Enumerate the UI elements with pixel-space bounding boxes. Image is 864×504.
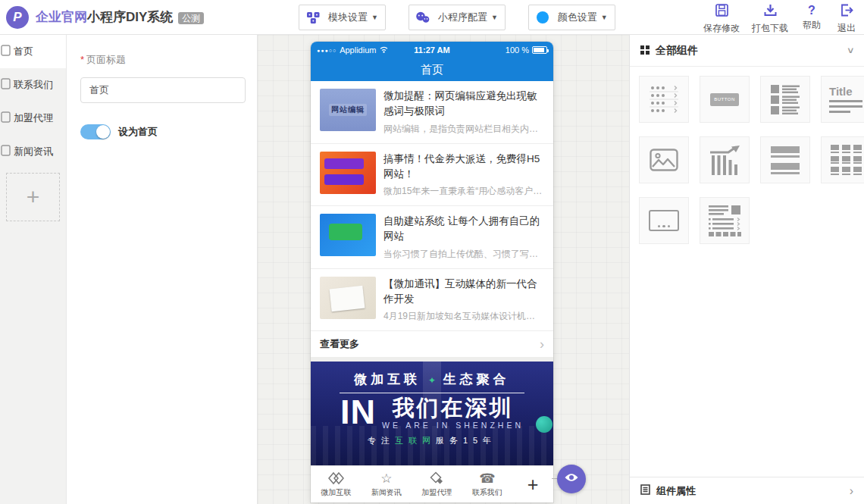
component-grid-nav[interactable] [821,136,864,183]
plus-icon: + [27,184,40,210]
menu-list-icon [648,84,680,114]
module-settings-label: 模块设置 [327,11,371,24]
phone-icon: ☎ [479,471,495,486]
sparkle-icon: ✦ [428,375,436,386]
star-icon: ☆ [380,471,392,486]
news-title: 【微加通讯】互动媒体的新一代合作开发 [383,277,544,308]
banner-headline: 微加互联 ✦ 生态聚合 [311,371,553,388]
preview-eye-button[interactable] [557,465,586,493]
page-icon [1,111,11,125]
set-home-row: 设为首页 [80,124,257,139]
wifi-icon [379,45,389,55]
news-thumbnail: 网站编辑 [320,89,376,131]
news-thumbnail [320,277,376,319]
app-logo-icon: P [6,6,29,29]
status-carrier: ●●●○○ Applidium [317,45,414,55]
color-settings-label: 颜色设置 [556,11,601,24]
help-icon: ? [808,4,815,17]
tab-agency[interactable]: 加盟代理 [412,471,462,498]
component-button[interactable]: BUTTON [700,76,750,123]
news-desc: 当你习惯了自拍上传优酷、习惯了写点小… [383,248,544,261]
module-settings-dropdown[interactable]: 模块设置 ▼ [299,5,386,30]
news-item[interactable]: 网站编辑 微加提醒：网页编辑应避免出现敏感词与极限词 网站编辑，是指负责网站栏目… [311,81,553,144]
help-button[interactable]: ? 帮助 [800,4,823,35]
rich-list-icon [707,204,742,237]
news-thumbnail [320,214,376,256]
image-icon [650,149,678,171]
component-carousel[interactable] [639,197,689,244]
page-title-input[interactable] [80,77,246,103]
components-grid: BUTTON Title [630,67,864,253]
article-list-icon [769,84,801,114]
component-banner-bars[interactable] [760,136,810,183]
properties-icon [640,484,650,497]
component-image[interactable] [639,136,689,183]
app-title-rest: 小程序DIY系统 [87,10,173,24]
component-stats-arrow[interactable] [700,136,750,183]
save-icon [715,4,728,20]
chevron-down-icon[interactable]: ˅ [847,45,853,56]
view-more-row[interactable]: 查看更多 › [311,331,553,357]
color-circle-icon [529,11,556,23]
news-desc: 微加15年来一直秉承着“用心感动客户！”的… [383,185,544,198]
news-item[interactable]: 搞事情！代金券大派送，免费得H5网站！ 微加15年来一直秉承着“用心感动客户！”… [311,144,553,207]
properties-title: 组件属性 [656,484,696,498]
color-settings-dropdown[interactable]: 颜色设置 ▼ [528,5,615,30]
status-bar: ●●●○○ Applidium 11:27 AM 100 % [311,42,553,58]
component-rich-list[interactable] [700,197,750,244]
miniprogram-config-dropdown[interactable]: 小程序配置 ▼ [409,5,506,30]
grid-nav-icon [831,145,862,175]
sidebar-item-home[interactable]: 首页 [0,35,66,68]
component-article-list[interactable] [760,76,810,123]
add-page-button[interactable]: + [6,173,60,221]
news-desc: 4月19日新加坡知名互动媒体设计机构Pinh… [383,310,544,323]
news-list-component: 网站编辑 微加提醒：网页编辑应避免出现敏感词与极限词 网站编辑，是指负责网站栏目… [311,81,553,357]
page-icon [1,145,11,158]
component-title-text[interactable]: Title [821,76,864,123]
set-home-toggle[interactable] [80,124,111,139]
phone-tab-bar: 微加互联 ☆ 新闻资讯 加盟代理 ☎ [311,465,553,502]
toolbar-dropdowns: 模块设置 ▼ 小程序配置 ▼ [299,5,615,30]
news-desc: 网站编辑，是指负责网站栏目相关内容的… [383,123,544,136]
carousel-icon [649,210,679,231]
banner-tagline: 专注互联网服务15年 [311,435,553,446]
modules-icon [299,11,327,24]
news-title: 搞事情！代金券大派送，免费得H5网站！ [383,152,544,183]
download-label: 打包下载 [752,22,788,35]
sidebar-item-contact[interactable]: 联系我们 [0,68,66,102]
required-mark: * [80,54,84,65]
sidebar-item-news[interactable]: 新闻资讯 [0,135,66,168]
component-menu-list[interactable] [639,76,689,123]
tab-contact[interactable]: ☎ 联系我们 [462,471,513,498]
pages-sidebar: 首页 联系我们 加盟代理 新闻资讯 + [0,35,67,504]
tab-add-button[interactable]: + [512,474,553,496]
exit-button[interactable]: 退出 [835,4,858,35]
news-item[interactable]: 自助建站系统 让每个人拥有自己的网站 当你习惯了自拍上传优酷、习惯了写点小… [311,206,553,269]
banner-component[interactable]: 微加互联 ✦ 生态聚合 IN 我们在深圳 WE ARE IN SHENZHEN … [311,362,553,465]
tab-home[interactable]: 微加互联 [311,471,362,498]
miniprogram-config-label: 小程序配置 [437,11,491,24]
sidebar-item-label: 新闻资讯 [14,145,53,158]
chevron-right-icon: › [850,484,853,498]
grid-glyph-icon [640,45,650,57]
component-properties-bar[interactable]: 组件属性 › [630,477,864,504]
app-window: P 企业官网小程序DIY系统公测 模块设置 ▼ [0,0,864,504]
battery-icon [532,46,547,54]
save-label: 保存修改 [703,22,740,35]
components-header: 全部组件 ˅ [630,35,864,67]
download-button[interactable]: 打包下载 [752,4,788,35]
sidebar-item-label: 联系我们 [14,78,53,92]
save-button[interactable]: 保存修改 [703,4,740,35]
double-diamond-icon [430,471,444,486]
caret-down-icon: ▼ [601,14,615,21]
tab-news[interactable]: ☆ 新闻资讯 [362,471,412,498]
exit-icon [841,4,853,20]
news-item[interactable]: 【微加通讯】互动媒体的新一代合作开发 4月19日新加坡知名互动媒体设计机构Pin… [311,269,553,332]
components-title: 全部组件 [656,44,698,58]
sidebar-item-agency[interactable]: 加盟代理 [0,102,66,135]
design-canvas: ●●●○○ Applidium 11:27 AM 100 % [258,35,629,504]
news-title: 微加提醒：网页编辑应避免出现敏感词与极限词 [383,89,544,120]
sidebar-item-label: 加盟代理 [14,111,53,125]
miniprogram-icon [409,11,437,23]
title-text-icon: Title [829,86,862,113]
